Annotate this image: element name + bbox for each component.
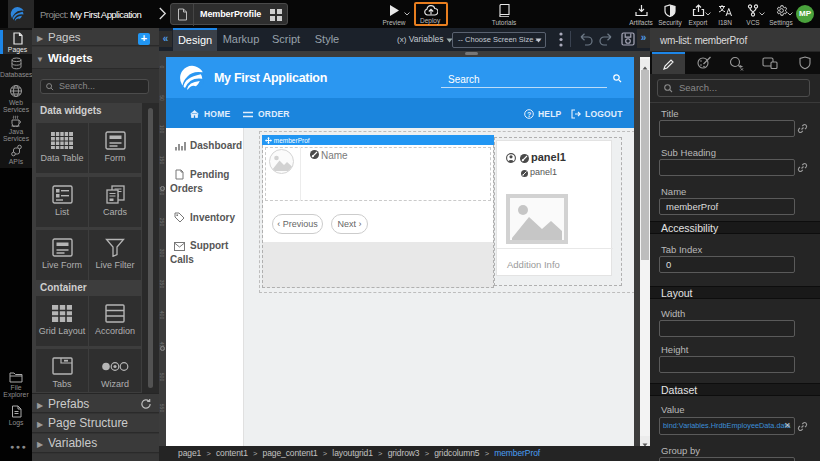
svg-text:?: ?	[527, 111, 531, 118]
